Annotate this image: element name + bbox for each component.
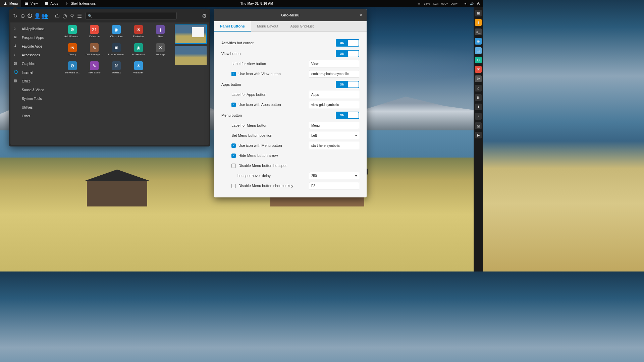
dock-overview[interactable]: ⊞: [475, 10, 482, 16]
dialog-titlebar[interactable]: Gno-Menu ✕: [214, 9, 367, 21]
menu-label-input[interactable]: [309, 122, 359, 129]
menu-pos-label: Set Menu button position: [231, 133, 309, 137]
search-input[interactable]: [92, 14, 174, 18]
restart-icon[interactable]: ↻: [12, 13, 18, 18]
app-item[interactable]: ☀Weather: [127, 61, 150, 79]
app-item[interactable]: ⚙Software U...: [61, 61, 84, 79]
shutdown-icon[interactable]: ⏻: [27, 13, 33, 18]
menu-icon-input[interactable]: [309, 142, 359, 149]
sidebar-item[interactable]: Other: [10, 112, 60, 120]
menu-useicon-check[interactable]: ✓: [231, 143, 236, 148]
panel-view-button[interactable]: View: [21, 0, 41, 7]
app-label: GNU Image ...: [86, 53, 103, 56]
dock-documents[interactable]: 🗎: [475, 94, 482, 101]
gear-icon: ✲: [65, 2, 69, 6]
files-icon[interactable]: 🗀: [55, 13, 60, 18]
app-item[interactable]: ⚙Add/Remov...: [61, 25, 84, 43]
app-item[interactable]: ✎Text Editor: [84, 61, 106, 79]
dock-videos[interactable]: ▶: [475, 132, 482, 138]
dock-geary[interactable]: ✉: [475, 66, 482, 73]
view-label-input[interactable]: [309, 60, 359, 67]
sidebar-item[interactable]: System Tools: [10, 94, 60, 103]
tab-apps-gridlist[interactable]: Apps Grid-List: [284, 21, 320, 32]
sidebar-item[interactable]: ▤Office: [10, 77, 60, 85]
tab-panel-buttons[interactable]: Panel Buttons: [214, 21, 251, 32]
apps-toggle[interactable]: ON: [336, 81, 359, 88]
svg-rect-9: [46, 4, 47, 5]
logout-icon[interactable]: 👤: [35, 13, 40, 18]
list-view-icon[interactable]: ☰: [77, 13, 82, 18]
shortcut-input[interactable]: [309, 182, 359, 189]
dock-downloads[interactable]: ⬇: [475, 104, 482, 110]
hide-arrow-check[interactable]: ✓: [231, 154, 236, 158]
app-item[interactable]: ◉Chromium: [105, 25, 127, 43]
apps-section-label: Apps button: [221, 82, 336, 86]
hover-delay-select[interactable]: 250▾: [309, 172, 359, 179]
app-item[interactable]: ▮Files: [149, 25, 171, 43]
search-box[interactable]: 🔍: [86, 12, 177, 19]
apps-icon-input[interactable]: [309, 101, 359, 108]
sidebar-item[interactable]: 🌐Internet: [10, 68, 60, 77]
dock-home[interactable]: ⌂: [475, 85, 482, 92]
down-rate: 000+: [441, 2, 448, 5]
app-item[interactable]: ✉Evolution: [127, 25, 150, 43]
web-icon[interactable]: ◔: [62, 13, 67, 18]
photos-icon: [24, 2, 29, 6]
settings-icon[interactable]: ⚙: [202, 13, 207, 18]
cat-label: Frequent Apps: [22, 36, 44, 40]
close-button[interactable]: ✕: [358, 12, 363, 18]
panel-apps-button[interactable]: Apps: [41, 0, 62, 7]
app-label: Weather: [133, 71, 144, 74]
panel-shell-extensions[interactable]: ✲ Shell Extensions: [61, 0, 99, 7]
sidebar-item[interactable]: 🗎Frequent Apps: [10, 33, 60, 42]
dock-music[interactable]: ♪: [475, 113, 482, 120]
sidebar-item[interactable]: Utilities: [10, 103, 60, 112]
apps-label-input[interactable]: [309, 91, 359, 98]
dock-files[interactable]: ▮: [475, 19, 482, 26]
disable-shortcut-check[interactable]: [231, 184, 236, 188]
app-icon: 31: [90, 25, 99, 34]
app-item[interactable]: ⚒Tweaks: [105, 61, 127, 79]
panel-system-menu[interactable]: ◥ 🔊 ⏻: [460, 2, 483, 6]
activities-toggle[interactable]: ON: [336, 39, 359, 47]
app-item[interactable]: ✎GNU Image ...: [84, 43, 106, 61]
app-item[interactable]: ◉Screenshot: [127, 43, 150, 61]
hide-arrow-label: Hide Menu button arrow: [238, 154, 359, 158]
extensions-icon[interactable]: ⚲: [69, 13, 75, 18]
apps-useicon-check[interactable]: ✓: [231, 103, 236, 107]
menu-pos-select[interactable]: Left▾: [309, 132, 359, 139]
workspace-thumb-2[interactable]: [175, 46, 207, 65]
panel-menu-button[interactable]: Menu: [0, 0, 21, 7]
view-icon-input[interactable]: [309, 70, 359, 77]
dock-desktop[interactable]: ▤: [475, 47, 482, 54]
sidebar-item[interactable]: ⬇Favorite Apps: [10, 42, 60, 51]
app-item[interactable]: ✉Geary: [61, 43, 84, 61]
sidebar-item[interactable]: ▧Graphics: [10, 59, 60, 68]
sidebar-item[interactable]: Sound & Video: [10, 85, 60, 94]
app-item[interactable]: 31Calendar: [84, 25, 106, 43]
sidebar-item[interactable]: ⌂All Applications: [10, 24, 60, 33]
dock-terminal[interactable]: >_: [475, 28, 482, 35]
app-item[interactable]: ▣Image Viewer: [105, 43, 127, 61]
panel-clock[interactable]: Thu May 31, 8:16 AM: [237, 0, 276, 7]
suspend-icon[interactable]: ⊖: [20, 13, 25, 18]
dock-chromium[interactable]: ◉: [475, 38, 482, 45]
dock-tweaks[interactable]: ⚒: [475, 75, 482, 82]
hover-delay-label: hot spot hover delay: [237, 174, 309, 178]
dock-pictures[interactable]: ▧: [475, 122, 482, 129]
panel-status-area[interactable]: ▭ 15% 41% 000+ 000+: [414, 2, 460, 6]
lock-icon[interactable]: 👥: [42, 13, 47, 18]
disable-hotspot-check[interactable]: [231, 164, 236, 168]
menu-toggle[interactable]: ON: [336, 112, 359, 119]
sidebar-item[interactable]: ♪Accessories: [10, 51, 60, 59]
view-useicon-check[interactable]: ✓: [231, 72, 236, 76]
app-icon: ✎: [90, 43, 99, 52]
svg-rect-10: [47, 4, 48, 5]
workspace-thumb-1[interactable]: [175, 24, 207, 44]
cat-icon: ♪: [14, 53, 18, 57]
dock-software[interactable]: ⚙: [475, 57, 482, 63]
cat-icon: 🗎: [14, 35, 18, 40]
app-item[interactable]: ✕Settings: [149, 43, 171, 61]
view-toggle[interactable]: ON: [336, 50, 359, 57]
tab-menu-layout[interactable]: Menu Layout: [251, 21, 284, 32]
